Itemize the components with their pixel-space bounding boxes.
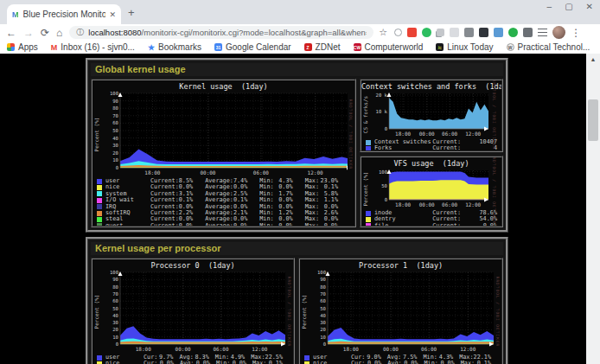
legend-swatch <box>97 204 102 209</box>
bookmark-icon-1: M <box>51 43 58 52</box>
context-switches-graph-panel[interactable]: Context switches and forks (1day) CS & f… <box>360 79 503 152</box>
bookmark-item-3[interactable]: 31Google Calendar <box>214 42 291 52</box>
gmail-extension-icon[interactable] <box>407 28 417 37</box>
scrollbar-up-arrow[interactable]: ▲ <box>586 54 600 65</box>
legend-stat: Average:0.0% <box>205 223 259 227</box>
svg-text:80: 80 <box>112 105 118 111</box>
puzzle-extensions-icon[interactable] <box>523 28 533 37</box>
scrollbar-thumb[interactable] <box>588 99 598 141</box>
url-path: /monitorix-cgi/monitorix.cgi?mode=localh… <box>142 28 367 37</box>
svg-text:90: 90 <box>320 277 326 282</box>
svg-text:90: 90 <box>112 99 118 104</box>
reading-list-icon[interactable] <box>538 29 547 36</box>
url-text: localhost:8080/monitorix-cgi/monitorix.c… <box>88 28 367 37</box>
copy-pages-extension-icon[interactable] <box>437 29 444 36</box>
svg-text:00:00: 00:00 <box>200 169 215 176</box>
legend-series-name: Forks <box>374 145 432 151</box>
svg-text:06:00: 06:00 <box>421 346 437 352</box>
bookmark-label: Inbox (16) - sjvn0... <box>61 42 135 52</box>
tab-close-icon[interactable]: ✕ <box>109 10 116 19</box>
apps-shortcut[interactable]: Apps <box>7 42 38 52</box>
monitorix-content: Global kernel usage Kernel usage (1day) … <box>86 58 508 364</box>
rrdtool-watermark: RRDTOOL / TOBI OETIKER <box>491 91 498 138</box>
bookmark-item-2[interactable]: ★Bookmarks <box>148 42 201 52</box>
legend-stat: Max:0.0% <box>305 223 350 227</box>
svg-text:60: 60 <box>112 298 118 303</box>
svg-text:10: 10 <box>320 335 326 340</box>
forward-button[interactable]: → <box>23 28 34 38</box>
home-button[interactable]: ⌂ <box>56 28 62 38</box>
svg-text:90: 90 <box>112 277 118 282</box>
svg-text:60: 60 <box>112 120 118 125</box>
bookmark-icon-7: W <box>507 43 514 51</box>
legend-series-name: nice <box>313 361 351 364</box>
processor-1-graph-panel[interactable]: Processor 1 (1day) Percent (%) 010203040… <box>298 258 503 364</box>
browser-tab[interactable]: M Blue Precision Monitorix ✕ <box>7 4 121 24</box>
graph-title: Processor 0 (1day) <box>93 261 293 270</box>
bookmark-items: MInbox (16) - sjvn0...★Bookmarks31Google… <box>51 42 600 52</box>
section-title: Global kernel usage <box>91 63 503 76</box>
blue-square-extension-icon[interactable] <box>494 28 503 37</box>
context-switches-legend: Context switchesCurrent:10407ForksCurren… <box>361 138 501 152</box>
page-scrollbar[interactable]: ▲ <box>586 54 600 364</box>
svg-text:30: 30 <box>112 143 118 148</box>
processor-0-graph-panel[interactable]: Processor 0 (1day) Percent (%) 010203040… <box>91 258 295 364</box>
bookmark-icon-4: Z <box>304 43 312 51</box>
light-square-extension-icon[interactable] <box>450 28 459 37</box>
back-button[interactable]: ← <box>6 28 16 38</box>
address-bar[interactable]: ⓘ localhost:8080/monitorix-cgi/monitorix… <box>69 26 373 39</box>
svg-text:80: 80 <box>320 284 326 290</box>
y-axis-label: Percent (%) <box>361 168 370 209</box>
legend-row: niceCur:0.0%Avg:0.0%Min:0.0%Max:0.1% <box>97 361 289 364</box>
legend-swatch <box>366 211 371 216</box>
bookmark-label: Computerworld <box>365 42 424 52</box>
processor-0-plot: 010203040506070809010018:0000:0006:0012:… <box>101 270 286 354</box>
legend-stat: Cur:0.0% <box>351 361 387 364</box>
green-note-extension-icon[interactable] <box>422 28 431 37</box>
profile-avatar[interactable] <box>552 26 565 39</box>
bookmark-item-5[interactable]: CWComputerworld <box>354 42 424 52</box>
svg-text:40: 40 <box>320 313 326 318</box>
bookmark-star-icon[interactable]: ☆ <box>379 27 387 38</box>
svg-text:20: 20 <box>112 150 118 156</box>
legend-series-name: nice <box>105 361 144 364</box>
page-info-icon[interactable]: ⓘ <box>76 27 84 38</box>
green-circle-extension-icon[interactable] <box>508 28 518 37</box>
gray-extension-icon[interactable] <box>464 28 474 37</box>
svg-text:00:00: 00:00 <box>419 131 435 137</box>
svg-text:10: 10 <box>112 335 118 340</box>
bookmark-item-6[interactable]: /cLinux Today <box>436 42 493 52</box>
bookmark-item-1[interactable]: MInbox (16) - sjvn0... <box>51 42 135 52</box>
svg-text:0: 0 <box>116 342 118 347</box>
y-axis-label: Percent (%) <box>300 270 309 354</box>
maximize-button[interactable]: ▢ <box>565 2 572 11</box>
bookmark-icon-5: CW <box>354 43 361 51</box>
svg-text:12:00: 12:00 <box>308 169 323 176</box>
legend-swatch <box>366 146 371 151</box>
legend-stat: Min:0.0% <box>424 361 461 364</box>
chrome-menu-icon[interactable]: ⋮ <box>571 27 581 39</box>
kernel-usage-graph-panel[interactable]: Kernel usage (1day) Percent (%) 01020304… <box>91 79 356 227</box>
reload-button[interactable]: ⟳ <box>41 28 49 38</box>
graph-title: Kernel usage (1day) <box>93 82 354 91</box>
search-extension-icon[interactable] <box>394 29 402 36</box>
processor-0-legend: userCur:9.7%Avg:8.3%Min:4.9%Max:22.5%nic… <box>93 354 293 364</box>
svg-text:00:00: 00:00 <box>383 346 399 352</box>
legend-stat: Current:4 <box>432 145 497 151</box>
bookmark-item-7[interactable]: WPractical Technol... <box>507 42 590 52</box>
new-tab-button[interactable]: + <box>128 6 135 19</box>
bookmark-icon-6: /c <box>436 43 444 51</box>
graph-title: Processor 1 (1day) <box>300 261 501 270</box>
svg-text:00:00: 00:00 <box>176 346 191 352</box>
close-button[interactable]: ✕ <box>586 2 593 11</box>
vfs-usage-graph-panel[interactable]: VFS usage (1day) Percent (%) 05010018:00… <box>360 156 503 227</box>
url-host: localhost:8080 <box>88 28 141 37</box>
svg-text:06:00: 06:00 <box>253 169 269 176</box>
bookmark-item-4[interactable]: ZZDNet <box>304 42 341 52</box>
svg-text:40: 40 <box>112 136 118 141</box>
legend-series-name: file <box>374 223 432 227</box>
svg-text:20: 20 <box>112 327 118 332</box>
minimize-button[interactable]: – <box>547 2 552 11</box>
dark-square-extension-icon[interactable] <box>479 28 488 37</box>
tab-title: Blue Precision Monitorix <box>23 10 106 19</box>
